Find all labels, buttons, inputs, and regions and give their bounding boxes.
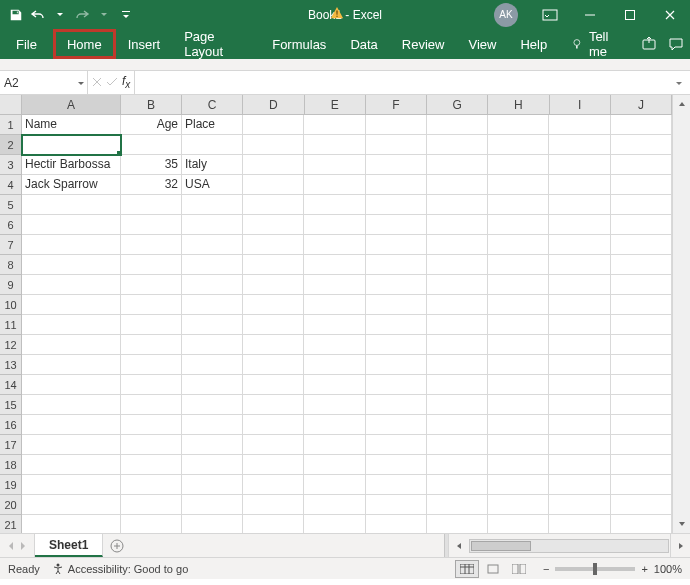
cell-B11[interactable]	[121, 315, 182, 335]
cell-C3[interactable]: Italy	[182, 155, 243, 175]
cells-area[interactable]: NameAgePlaceHectir Barbossa35ItalyJack S…	[22, 115, 672, 533]
cell-A1[interactable]: Name	[22, 115, 121, 135]
cell-J7[interactable]	[611, 235, 672, 255]
column-header-I[interactable]: I	[550, 95, 611, 114]
accessibility-status[interactable]: Accessibility: Good to go	[52, 563, 188, 575]
cell-B21[interactable]	[121, 515, 182, 533]
cell-A8[interactable]	[22, 255, 121, 275]
row-header-21[interactable]: 21	[0, 515, 21, 533]
cell-D13[interactable]	[243, 355, 304, 375]
cell-I21[interactable]	[549, 515, 610, 533]
cell-E11[interactable]	[304, 315, 365, 335]
tab-file[interactable]: File	[0, 29, 53, 59]
cell-E10[interactable]	[304, 295, 365, 315]
tell-me-button[interactable]: Tell me	[559, 29, 635, 59]
cell-E13[interactable]	[304, 355, 365, 375]
row-header-17[interactable]: 17	[0, 435, 21, 455]
cell-H14[interactable]	[488, 375, 549, 395]
tab-review[interactable]: Review	[390, 29, 457, 59]
cell-A10[interactable]	[22, 295, 121, 315]
cell-C4[interactable]: USA	[182, 175, 243, 195]
tab-home[interactable]: Home	[53, 29, 116, 59]
cell-H5[interactable]	[488, 195, 549, 215]
cell-I5[interactable]	[549, 195, 610, 215]
cell-J17[interactable]	[611, 435, 672, 455]
cell-I20[interactable]	[549, 495, 610, 515]
cell-D19[interactable]	[243, 475, 304, 495]
cell-H19[interactable]	[488, 475, 549, 495]
cell-A6[interactable]	[22, 215, 121, 235]
cell-D1[interactable]	[243, 115, 304, 135]
qat-customize-icon[interactable]	[116, 4, 136, 26]
zoom-slider[interactable]	[555, 567, 635, 571]
cell-D11[interactable]	[243, 315, 304, 335]
cell-B10[interactable]	[121, 295, 182, 315]
cell-J2[interactable]	[611, 135, 672, 155]
new-sheet-button[interactable]	[103, 534, 131, 557]
cell-J4[interactable]	[611, 175, 672, 195]
cell-C7[interactable]	[182, 235, 243, 255]
name-box[interactable]: A2	[0, 71, 88, 94]
undo-dropdown-icon[interactable]	[50, 4, 70, 26]
namebox-dropdown-icon[interactable]	[77, 77, 85, 91]
cell-D20[interactable]	[243, 495, 304, 515]
cell-B17[interactable]	[121, 435, 182, 455]
cell-F18[interactable]	[366, 455, 427, 475]
row-header-4[interactable]: 4	[0, 175, 21, 195]
cell-C2[interactable]	[182, 135, 243, 155]
cell-F17[interactable]	[366, 435, 427, 455]
cell-F11[interactable]	[366, 315, 427, 335]
cell-J1[interactable]	[611, 115, 672, 135]
cell-F1[interactable]	[366, 115, 427, 135]
column-header-J[interactable]: J	[611, 95, 672, 114]
cell-B15[interactable]	[121, 395, 182, 415]
cell-F2[interactable]	[366, 135, 427, 155]
row-header-13[interactable]: 13	[0, 355, 21, 375]
cell-H4[interactable]	[488, 175, 549, 195]
cell-H13[interactable]	[488, 355, 549, 375]
row-header-16[interactable]: 16	[0, 415, 21, 435]
row-header-2[interactable]: 2	[0, 135, 21, 155]
column-header-D[interactable]: D	[243, 95, 304, 114]
cell-F15[interactable]	[366, 395, 427, 415]
cell-I16[interactable]	[549, 415, 610, 435]
cell-D8[interactable]	[243, 255, 304, 275]
cell-E3[interactable]	[304, 155, 365, 175]
cell-G19[interactable]	[427, 475, 488, 495]
cell-B16[interactable]	[121, 415, 182, 435]
cell-J19[interactable]	[611, 475, 672, 495]
row-header-7[interactable]: 7	[0, 235, 21, 255]
cell-B5[interactable]	[121, 195, 182, 215]
maximize-button[interactable]	[610, 0, 650, 29]
close-button[interactable]	[650, 0, 690, 29]
horizontal-scrollbar[interactable]	[444, 534, 690, 557]
cell-A16[interactable]	[22, 415, 121, 435]
row-header-15[interactable]: 15	[0, 395, 21, 415]
column-header-F[interactable]: F	[366, 95, 427, 114]
cell-A11[interactable]	[22, 315, 121, 335]
cell-I10[interactable]	[549, 295, 610, 315]
cell-E1[interactable]	[304, 115, 365, 135]
column-header-G[interactable]: G	[427, 95, 488, 114]
vertical-scroll-track[interactable]	[675, 113, 688, 515]
cell-B9[interactable]	[121, 275, 182, 295]
vertical-scrollbar[interactable]	[672, 95, 690, 533]
row-header-9[interactable]: 9	[0, 275, 21, 295]
cell-C6[interactable]	[182, 215, 243, 235]
cell-C10[interactable]	[182, 295, 243, 315]
cell-G2[interactable]	[427, 135, 488, 155]
cell-B7[interactable]	[121, 235, 182, 255]
insert-function-button[interactable]: fx	[122, 74, 130, 90]
formula-bar-input[interactable]	[135, 71, 690, 94]
scroll-up-arrow-icon[interactable]	[673, 95, 690, 113]
zoom-slider-thumb[interactable]	[593, 563, 597, 575]
cell-B18[interactable]	[121, 455, 182, 475]
cell-C14[interactable]	[182, 375, 243, 395]
cell-F20[interactable]	[366, 495, 427, 515]
select-all-corner[interactable]	[0, 95, 22, 115]
ribbon-display-options-icon[interactable]	[530, 0, 570, 29]
cell-A5[interactable]	[22, 195, 121, 215]
horizontal-scroll-track[interactable]	[469, 539, 669, 553]
redo-dropdown-icon[interactable]	[94, 4, 114, 26]
zoom-out-button[interactable]: −	[543, 563, 549, 575]
